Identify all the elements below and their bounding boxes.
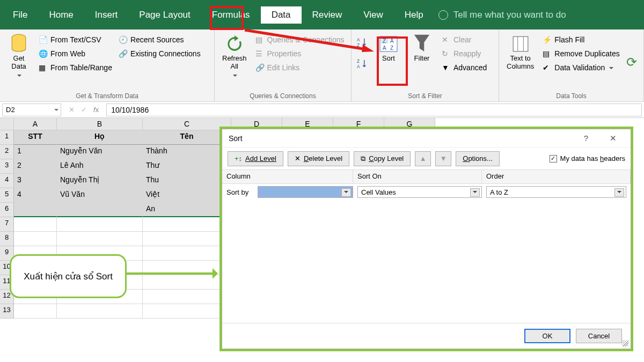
help-button[interactable]: ? bbox=[575, 130, 597, 146]
queries-connections[interactable]: ▤Queries & Connections bbox=[255, 34, 345, 46]
sorton-header: Sort On bbox=[353, 170, 482, 183]
data-validation[interactable]: ✔Data Validation bbox=[543, 62, 619, 73]
cell[interactable]: Thành bbox=[143, 145, 231, 159]
fx-icon[interactable]: fx bbox=[93, 106, 99, 114]
filter-button[interactable]: Filter bbox=[408, 34, 435, 63]
sort-desc-button[interactable]: ZA bbox=[357, 58, 369, 70]
flash-fill[interactable]: ⚡Flash Fill bbox=[543, 34, 619, 46]
cell[interactable] bbox=[143, 232, 231, 246]
cell[interactable]: 1 bbox=[14, 145, 57, 159]
svg-text:Z: Z bbox=[357, 59, 360, 64]
options-button[interactable]: Options... bbox=[456, 151, 500, 166]
sort-asc-button[interactable]: AZ bbox=[357, 37, 369, 49]
cell[interactable] bbox=[143, 217, 231, 232]
from-text-csv[interactable]: 📄From Text/CSV bbox=[39, 34, 112, 46]
copy-level-button[interactable]: ⧉Copy Level bbox=[354, 151, 411, 166]
row-header[interactable]: 6 bbox=[0, 203, 14, 217]
row-header[interactable]: 3 bbox=[0, 159, 14, 174]
enter-icon[interactable]: ✓ bbox=[81, 106, 87, 114]
cell[interactable] bbox=[57, 217, 143, 232]
tab-formulas[interactable]: Formulas bbox=[201, 6, 261, 24]
globe-icon: 🌐 bbox=[39, 49, 47, 58]
cell[interactable] bbox=[57, 304, 143, 319]
col-header[interactable]: B bbox=[57, 118, 143, 130]
row-header[interactable]: 1 bbox=[0, 130, 14, 145]
row-header[interactable]: 5 bbox=[0, 188, 14, 203]
refresh-all-button[interactable]: Refresh All bbox=[220, 34, 249, 80]
cell[interactable]: STT bbox=[14, 130, 57, 145]
sort-label: Sort bbox=[382, 54, 395, 62]
cell[interactable]: Vũ Văn bbox=[57, 188, 143, 203]
properties-icon: ☰ bbox=[255, 49, 264, 58]
row-header[interactable]: 8 bbox=[0, 232, 14, 246]
sorton-combo[interactable]: Cell Values bbox=[357, 186, 482, 198]
from-table-range[interactable]: ▦From Table/Range bbox=[39, 62, 112, 73]
cell[interactable]: 3 bbox=[14, 174, 57, 188]
formula-input[interactable]: 10/10/1986 bbox=[106, 104, 642, 116]
text-to-columns-button[interactable]: Text to Columns bbox=[504, 34, 536, 71]
cell[interactable] bbox=[57, 232, 143, 246]
cancel-icon[interactable]: ✕ bbox=[69, 106, 75, 114]
row-header[interactable]: 4 bbox=[0, 174, 14, 188]
delete-level-button[interactable]: ✕Delete Level bbox=[288, 151, 349, 166]
cell[interactable] bbox=[57, 203, 143, 217]
svg-rect-13 bbox=[513, 36, 528, 51]
order-combo[interactable]: A to Z bbox=[486, 186, 626, 198]
sort-button[interactable]: ZAAZ Sort bbox=[375, 34, 402, 63]
resize-handle[interactable] bbox=[622, 340, 628, 346]
cell[interactable]: Thu bbox=[143, 174, 231, 188]
tab-file[interactable]: File bbox=[2, 6, 38, 24]
tab-view[interactable]: View bbox=[353, 6, 394, 24]
cell[interactable] bbox=[143, 246, 231, 261]
tell-me[interactable]: Tell me what you want to do bbox=[438, 10, 566, 20]
sortby-combo[interactable] bbox=[258, 186, 353, 198]
recent-sources[interactable]: 🕘Recent Sources bbox=[119, 34, 201, 46]
cell[interactable] bbox=[14, 232, 57, 246]
cell[interactable] bbox=[14, 203, 57, 217]
cancel-button[interactable]: Cancel bbox=[576, 329, 622, 343]
cell[interactable]: Họ bbox=[57, 130, 143, 145]
remove-duplicates[interactable]: ▤Remove Duplicates bbox=[543, 48, 619, 60]
filter-label: Filter bbox=[414, 54, 430, 62]
cell[interactable]: Tên bbox=[143, 130, 231, 145]
cell[interactable] bbox=[143, 304, 231, 319]
cell[interactable]: Lê Anh bbox=[57, 159, 143, 174]
tab-insert[interactable]: Insert bbox=[84, 6, 129, 24]
col-header[interactable]: A bbox=[14, 118, 57, 130]
cell[interactable] bbox=[14, 217, 57, 232]
row-header[interactable]: 13 bbox=[0, 304, 14, 319]
tab-review[interactable]: Review bbox=[302, 6, 353, 24]
svg-text:Z: Z bbox=[390, 45, 393, 51]
select-all-corner[interactable] bbox=[0, 118, 14, 130]
close-button[interactable]: ✕ bbox=[602, 130, 624, 146]
cell[interactable]: Nguyễn Thị bbox=[57, 174, 143, 188]
sort-icon: ZAAZ bbox=[379, 35, 398, 53]
existing-connections[interactable]: 🔗Existing Connections bbox=[119, 48, 201, 60]
cell[interactable] bbox=[143, 290, 231, 304]
cell[interactable]: Nguyễn Văn bbox=[57, 145, 143, 159]
ok-button[interactable]: OK bbox=[524, 329, 570, 343]
col-header[interactable]: C bbox=[143, 118, 231, 130]
cell[interactable]: Thư bbox=[143, 159, 231, 174]
row-header[interactable]: 2 bbox=[0, 145, 14, 159]
cell[interactable]: An bbox=[143, 203, 231, 217]
tab-data[interactable]: Data bbox=[261, 6, 302, 24]
cell[interactable]: 2 bbox=[14, 159, 57, 174]
get-data-button[interactable]: Get Data bbox=[5, 34, 32, 80]
consolidate-icon[interactable]: ⟳ bbox=[626, 55, 637, 70]
tab-home[interactable]: Home bbox=[38, 6, 84, 24]
cell[interactable]: 4 bbox=[14, 188, 57, 203]
edit-links-icon: 🔗 bbox=[255, 63, 264, 72]
tab-help[interactable]: Help bbox=[394, 6, 434, 24]
tab-page-layout[interactable]: Page Layout bbox=[128, 6, 201, 24]
name-box[interactable]: D2 bbox=[2, 104, 61, 116]
cell[interactable] bbox=[14, 304, 57, 319]
add-level-button[interactable]: +↕Add Level bbox=[228, 151, 283, 166]
row-header[interactable]: 7 bbox=[0, 217, 14, 232]
cell[interactable]: Việt bbox=[143, 188, 231, 203]
headers-checkbox[interactable]: ✓My data has headers bbox=[550, 154, 625, 162]
advanced-button[interactable]: ▼Advanced bbox=[442, 62, 487, 73]
clear-button: ✕Clear bbox=[442, 34, 487, 46]
from-web[interactable]: 🌐From Web bbox=[39, 48, 112, 60]
tell-me-text: Tell me what you want to do bbox=[453, 10, 566, 20]
